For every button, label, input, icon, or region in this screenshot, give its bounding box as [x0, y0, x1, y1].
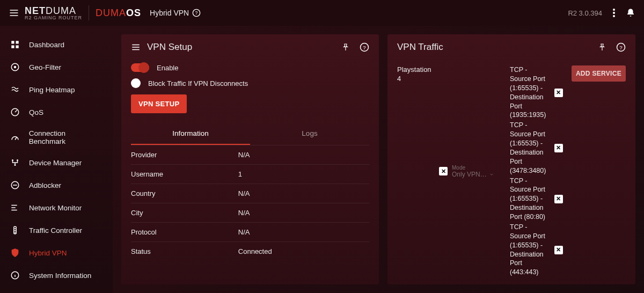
sidebar-item-label: Adblocker: [29, 181, 61, 189]
info-key: Protocol: [131, 228, 238, 236]
sidebar-item-dashboard[interactable]: Dashboard: [0, 33, 113, 56]
help-icon[interactable]: ?: [616, 42, 626, 52]
sidebar: Dashboard Geo-Filter Ping Heatmap QoS Co…: [0, 26, 113, 293]
panel-title: VPN Setup: [147, 42, 192, 53]
svg-point-3: [613, 12, 615, 14]
brand-sec-duma: DUMA: [96, 8, 126, 18]
shield-icon: [10, 247, 20, 258]
sidebar-item-hybridvpn[interactable]: Hybrid VPN: [0, 241, 113, 264]
sidebar-item-label: Hybrid VPN: [29, 249, 67, 257]
sidebar-item-adblocker[interactable]: Adblocker: [0, 174, 113, 196]
svg-rect-5: [11, 41, 14, 43]
heatmap-icon: [10, 84, 20, 95]
topbar: NETDUMA R2 GAMING ROUTER DUMAOS Hybrid V…: [0, 0, 644, 26]
sidebar-item-label: Traffic Controller: [29, 226, 82, 235]
sidebar-item-qos[interactable]: QoS: [0, 101, 113, 123]
info-key: City: [131, 209, 238, 217]
panel-vpn-traffic: VPN Traffic ? Playstation 4 ✕: [387, 34, 635, 284]
brand-separator: [89, 5, 89, 20]
brand-net: NET: [25, 5, 46, 16]
sidebar-item-label: System Information: [29, 272, 91, 280]
help-icon[interactable]: ?: [192, 9, 201, 17]
delete-icon[interactable]: ✕: [554, 195, 563, 203]
breadcrumb-label: Hybrid VPN: [150, 9, 189, 17]
enable-label: Enable: [157, 64, 178, 72]
bell-icon[interactable]: [626, 8, 635, 18]
sidebar-item-label: QoS: [29, 108, 43, 116]
svg-point-19: [14, 232, 16, 233]
adblocker-icon: [10, 180, 20, 191]
vpn-setup-button[interactable]: VPN SETUP: [131, 94, 187, 113]
rule-text: TCP - Source Port (1:65535) - Destinatio…: [510, 121, 550, 175]
sidebar-item-networksettings[interactable]: Network Settings: [0, 287, 113, 293]
enable-toggle-row: Enable: [131, 60, 369, 75]
info-val: N/A: [238, 209, 369, 217]
hamburger-icon[interactable]: [9, 8, 19, 18]
traffic-device-cell: Playstation 4: [397, 65, 435, 84]
svg-point-13: [17, 159, 18, 161]
sidebar-item-pingheatmap[interactable]: Ping Heatmap: [0, 78, 113, 101]
info-val: 1: [238, 170, 369, 178]
panel-hamburger-icon[interactable]: [131, 42, 141, 52]
kebab-icon[interactable]: [613, 9, 615, 17]
block-toggle[interactable]: [131, 78, 141, 88]
pin-icon[interactable]: [341, 43, 350, 52]
tab-information[interactable]: Information: [131, 123, 250, 145]
info-key: Provider: [131, 151, 238, 159]
sidebar-item-trafficcontroller[interactable]: Traffic Controller: [0, 219, 113, 241]
delete-icon[interactable]: ✕: [554, 246, 563, 254]
info-val: N/A: [238, 189, 369, 197]
benchmark-icon: [10, 132, 20, 143]
svg-point-12: [12, 159, 13, 161]
info-val: N/A: [238, 151, 369, 159]
traffic-mode-cell[interactable]: Mode Only VPN…: [452, 165, 506, 178]
svg-rect-8: [16, 46, 19, 48]
svg-point-4: [613, 15, 615, 17]
info-val: N/A: [238, 228, 369, 236]
dashboard-icon: [10, 39, 20, 50]
info-table: ProviderN/A Username1 CountryN/A CityN/A…: [131, 145, 369, 261]
add-service-button[interactable]: ADD SERVICE: [572, 65, 626, 82]
brand: NETDUMA R2 GAMING ROUTER DUMAOS: [25, 5, 141, 20]
breadcrumb: Hybrid VPN ?: [150, 9, 201, 17]
brand-sub: R2 GAMING ROUTER: [25, 16, 82, 20]
networkmonitor-icon: [10, 202, 20, 213]
sidebar-item-systeminfo[interactable]: System Information: [0, 264, 113, 287]
device-delete[interactable]: ✕: [439, 167, 448, 175]
traffic-rules: TCP - Source Port (1:65535) - Destinatio…: [510, 65, 563, 277]
svg-point-2: [613, 9, 615, 11]
tab-logs[interactable]: Logs: [250, 123, 369, 145]
qos-icon: [10, 107, 20, 118]
sidebar-item-label: Device Manager: [29, 159, 82, 167]
delete-icon[interactable]: ✕: [554, 144, 563, 152]
sidebar-item-devicemanager[interactable]: Device Manager: [0, 151, 113, 174]
sidebar-item-geofilter[interactable]: Geo-Filter: [0, 56, 113, 78]
rule-text: TCP - Source Port (1:65535) - Destinatio…: [510, 223, 550, 277]
tabs: Information Logs: [131, 123, 369, 145]
svg-point-17: [14, 228, 16, 229]
help-icon[interactable]: ?: [360, 42, 369, 52]
sidebar-item-networkmonitor[interactable]: Network Monitor: [0, 196, 113, 219]
mode-label: Mode: [452, 165, 506, 171]
trafficcontroller-icon: [10, 225, 20, 236]
delete-icon[interactable]: ✕: [439, 167, 448, 175]
devicemanager-icon: [10, 157, 20, 168]
block-toggle-row: Block Traffic If VPN Disconnects: [131, 75, 369, 91]
info-key: Status: [131, 247, 238, 255]
delete-icon[interactable]: ✕: [554, 89, 563, 97]
block-label: Block Traffic If VPN Disconnects: [148, 79, 248, 87]
svg-point-10: [14, 66, 17, 69]
info-key: Username: [131, 170, 238, 178]
pin-icon[interactable]: [598, 43, 606, 52]
chevron-down-icon: [489, 172, 494, 177]
info-key: Country: [131, 189, 238, 197]
info-val: Connected: [238, 247, 369, 255]
mode-value: Only VPN…: [452, 171, 487, 178]
rule-text: TCP - Source Port (1:65535) - Destinatio…: [510, 177, 550, 222]
svg-text:?: ?: [363, 45, 366, 50]
enable-toggle[interactable]: [131, 63, 149, 72]
geofilter-icon: [10, 62, 20, 72]
svg-text:?: ?: [195, 10, 198, 16]
sidebar-item-benchmark[interactable]: Connection Benchmark: [0, 123, 113, 151]
traffic-rule: TCP - Source Port (1:65535) - Destinatio…: [510, 121, 563, 175]
